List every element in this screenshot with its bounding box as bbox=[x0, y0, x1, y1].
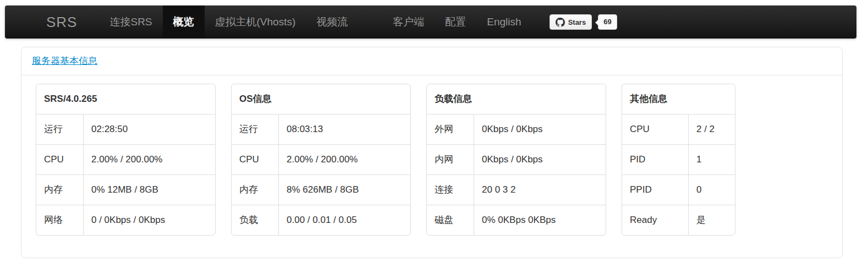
nav-link-vhosts[interactable]: 虚拟主机(Vhosts) bbox=[205, 6, 306, 39]
table-row: 外网 0Kbps / 0Kbps bbox=[427, 114, 606, 144]
nav-item-overview: 概览 bbox=[163, 6, 205, 39]
row-value: 0Kbps / 0Kbps bbox=[474, 114, 606, 144]
row-value: 2.00% / 200.00% bbox=[278, 144, 410, 174]
row-label: 磁盘 bbox=[427, 205, 474, 235]
nav-link-clients[interactable]: 客户端 bbox=[382, 6, 435, 39]
row-label: 运行 bbox=[36, 114, 83, 144]
row-value: 8% 626MB / 8GB bbox=[278, 174, 410, 205]
row-label: 连接 bbox=[427, 174, 474, 205]
row-value: 20 0 3 2 bbox=[474, 174, 606, 205]
table-row: 内存 8% 626MB / 8GB bbox=[232, 174, 410, 205]
table-row: PID 1 bbox=[622, 144, 735, 174]
table-row: 负载 0.00 / 0.01 / 0.05 bbox=[232, 205, 410, 235]
row-value: 是 bbox=[688, 205, 735, 235]
row-label: 外网 bbox=[427, 114, 474, 144]
row-value: 0 bbox=[688, 174, 735, 205]
nav-item-config: 配置 bbox=[435, 6, 476, 39]
github-star-count[interactable]: 69 bbox=[598, 14, 617, 30]
row-value: 2 / 2 bbox=[688, 114, 735, 144]
panel-heading: 服务器基本信息 bbox=[21, 47, 842, 75]
github-stars-label: Stars bbox=[568, 18, 586, 26]
server-basic-info-link[interactable]: 服务器基本信息 bbox=[32, 56, 97, 66]
nav-item-connect: 连接SRS bbox=[99, 6, 162, 39]
nav-item-language: English bbox=[476, 6, 531, 39]
row-value: 0.00 / 0.01 / 0.05 bbox=[278, 205, 410, 235]
github-star-widget: Stars 69 bbox=[550, 6, 617, 39]
table-row: CPU 2.00% / 200.00% bbox=[232, 144, 410, 174]
table-row: 内网 0Kbps / 0Kbps bbox=[427, 144, 606, 174]
row-label: CPU bbox=[232, 144, 278, 174]
other-info-table: 其他信息 CPU 2 / 2 PID 1 PPID 0 Ready 是 bbox=[622, 84, 735, 236]
github-octocat-icon bbox=[556, 18, 565, 27]
table-row: Ready 是 bbox=[622, 205, 735, 235]
row-value: 1 bbox=[688, 144, 735, 174]
os-info-table: OS信息 运行 08:03:13 CPU 2.00% / 200.00% 内存 … bbox=[231, 84, 411, 236]
table-row: CPU 2 / 2 bbox=[622, 114, 735, 144]
nav-link-streams[interactable]: 视频流 bbox=[306, 6, 358, 39]
nav-item-streams: 视频流 bbox=[306, 6, 358, 39]
main-nav: 连接SRS 概览 虚拟主机(Vhosts) 视频流 客户端 配置 English bbox=[99, 6, 531, 39]
github-stars-button[interactable]: Stars bbox=[550, 14, 592, 30]
row-label: 内存 bbox=[232, 174, 278, 205]
nav-item-clients: 客户端 bbox=[382, 6, 435, 39]
table-title-os: OS信息 bbox=[232, 84, 410, 114]
server-info-panel: 服务器基本信息 SRS/4.0.265 运行 02:28:50 CPU 2.00… bbox=[21, 47, 843, 258]
row-label: 负载 bbox=[232, 205, 278, 235]
top-navbar: SRS 连接SRS 概览 虚拟主机(Vhosts) 视频流 客户端 配置 Eng… bbox=[5, 6, 856, 39]
brand-logo[interactable]: SRS bbox=[5, 6, 77, 39]
row-value: 0% 12MB / 8GB bbox=[83, 174, 215, 205]
load-info-table: 负载信息 外网 0Kbps / 0Kbps 内网 0Kbps / 0Kbps 连… bbox=[426, 84, 606, 236]
table-title-other: 其他信息 bbox=[622, 84, 735, 114]
table-title-load: 负载信息 bbox=[427, 84, 606, 114]
nav-link-overview[interactable]: 概览 bbox=[163, 6, 205, 39]
row-label: PID bbox=[622, 144, 688, 174]
table-row: 连接 20 0 3 2 bbox=[427, 174, 606, 205]
table-row: CPU 2.00% / 200.00% bbox=[36, 144, 215, 174]
row-value: 0Kbps / 0Kbps bbox=[474, 144, 606, 174]
table-row: 磁盘 0% 0KBps 0KBps bbox=[427, 205, 606, 235]
table-title-srs: SRS/4.0.265 bbox=[36, 84, 215, 114]
row-label: 内网 bbox=[427, 144, 474, 174]
table-row: 运行 08:03:13 bbox=[232, 114, 410, 144]
row-label: 内存 bbox=[36, 174, 83, 205]
panel-body: SRS/4.0.265 运行 02:28:50 CPU 2.00% / 200.… bbox=[21, 75, 842, 258]
table-row: 运行 02:28:50 bbox=[36, 114, 215, 144]
row-value: 2.00% / 200.00% bbox=[83, 144, 215, 174]
srs-info-table: SRS/4.0.265 运行 02:28:50 CPU 2.00% / 200.… bbox=[36, 84, 216, 236]
row-label: PPID bbox=[622, 174, 688, 205]
row-value: 08:03:13 bbox=[278, 114, 410, 144]
row-label: 网络 bbox=[36, 205, 83, 235]
row-value: 02:28:50 bbox=[83, 114, 215, 144]
nav-link-config[interactable]: 配置 bbox=[435, 6, 476, 39]
table-row: 网络 0 / 0Kbps / 0Kbps bbox=[36, 205, 215, 235]
nav-link-language[interactable]: English bbox=[476, 6, 531, 39]
nav-item-vhosts: 虚拟主机(Vhosts) bbox=[205, 6, 306, 39]
nav-link-connect[interactable]: 连接SRS bbox=[99, 6, 162, 39]
table-row: PPID 0 bbox=[622, 174, 735, 205]
row-label: CPU bbox=[622, 114, 688, 144]
row-label: 运行 bbox=[232, 114, 278, 144]
row-value: 0 / 0Kbps / 0Kbps bbox=[83, 205, 215, 235]
row-value: 0% 0KBps 0KBps bbox=[474, 205, 606, 235]
row-label: CPU bbox=[36, 144, 83, 174]
table-row: 内存 0% 12MB / 8GB bbox=[36, 174, 215, 205]
row-label: Ready bbox=[622, 205, 688, 235]
